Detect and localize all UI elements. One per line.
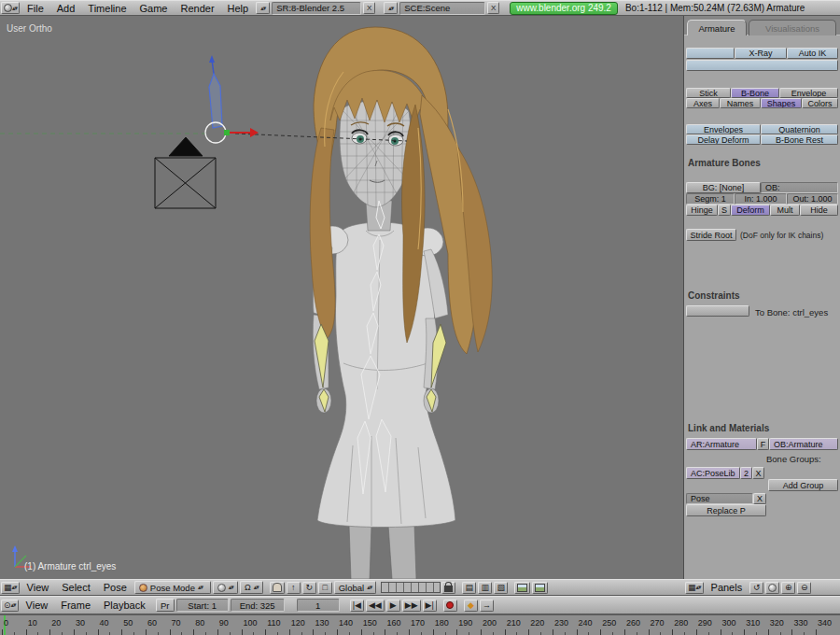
segments-field[interactable]: Segm: 1 bbox=[686, 193, 735, 205]
tab-armature[interactable]: Armature bbox=[687, 20, 747, 35]
step-back-button[interactable]: ◀◀ bbox=[366, 600, 385, 612]
manipulator-toggle[interactable] bbox=[270, 582, 285, 594]
display-stick-button[interactable]: Stick bbox=[686, 88, 731, 98]
display-envelope-button[interactable]: Envelope bbox=[779, 88, 838, 98]
lock-layers-button[interactable] bbox=[441, 582, 455, 594]
menu-timeline[interactable]: Timeline bbox=[81, 3, 133, 14]
mult-toggle[interactable]: Mult bbox=[770, 205, 800, 216]
menu-add[interactable]: Add bbox=[50, 3, 82, 14]
ease-in-field[interactable]: In: 1.000 bbox=[735, 193, 787, 205]
blender-org-link[interactable]: www.blender.org 249.2 bbox=[510, 2, 618, 15]
menu-playback[interactable]: Playback bbox=[97, 600, 152, 611]
armature-bones-panel-header[interactable]: Armature Bones bbox=[688, 158, 761, 168]
hinge-toggle[interactable]: Hinge bbox=[686, 205, 718, 216]
translate-manipulator-button[interactable]: ↑ bbox=[287, 582, 301, 594]
object-datablock-field[interactable]: OB:Armature bbox=[769, 438, 838, 450]
red-axis-handle[interactable] bbox=[250, 128, 259, 137]
zoom-in-button[interactable]: ⊕ bbox=[781, 582, 795, 594]
paste-pose-button[interactable]: ▥ bbox=[478, 582, 492, 594]
editor-type-dropdown[interactable]: ▦ ▴▾ bbox=[685, 582, 704, 594]
delay-deform-toggle[interactable]: Delay Deform bbox=[686, 134, 761, 145]
replace-pose-button[interactable]: Replace P bbox=[686, 504, 766, 516]
custom-shape-ob-field[interactable]: OB: bbox=[761, 182, 838, 193]
add-constraint-button[interactable] bbox=[686, 305, 749, 317]
draw-axes-toggle[interactable]: Axes bbox=[686, 98, 720, 108]
armature-datablock-field[interactable]: AR:Armature bbox=[686, 438, 757, 450]
character-legs[interactable] bbox=[349, 525, 416, 579]
orientation-dropdown[interactable]: Global ▴▾ bbox=[334, 581, 377, 594]
auto-ik-toggle[interactable]: Auto IK bbox=[787, 48, 838, 59]
step-forward-button[interactable]: ▶▶ bbox=[402, 600, 421, 612]
deform-envelopes-toggle[interactable]: Envelopes bbox=[686, 124, 761, 134]
screen-datablock-field[interactable]: SR:8-Blender 2.5 bbox=[272, 2, 361, 15]
armature-layers-grid[interactable] bbox=[381, 582, 441, 593]
camera-object[interactable] bbox=[155, 137, 216, 208]
rotate-manipulator-button[interactable]: ↻ bbox=[302, 582, 316, 594]
sync-playback-button[interactable]: → bbox=[480, 600, 494, 612]
fake-user-button[interactable]: F bbox=[757, 438, 769, 450]
jump-to-end-button[interactable]: ▶| bbox=[423, 600, 437, 612]
auto-key-mode-button[interactable]: ◆ bbox=[464, 600, 478, 612]
render-anim-preview-button[interactable] bbox=[532, 582, 548, 594]
menu-file[interactable]: File bbox=[21, 3, 50, 14]
scene-browse-button[interactable]: ▴▾ bbox=[384, 2, 398, 14]
link-materials-panel-header[interactable]: Link and Materials bbox=[688, 423, 769, 433]
display-bbone-button[interactable]: B-Bone bbox=[731, 88, 779, 98]
jump-to-start-button[interactable]: |◀ bbox=[350, 600, 364, 612]
preview-range-toggle[interactable]: Pr bbox=[156, 599, 175, 612]
poselib-delete-button[interactable]: X bbox=[752, 467, 764, 479]
draw-names-toggle[interactable]: Names bbox=[720, 98, 761, 108]
add-group-button[interactable]: Add Group bbox=[768, 479, 838, 491]
ease-out-field[interactable]: Out: 1.000 bbox=[787, 193, 838, 205]
editor-type-dropdown[interactable]: ⊙ ▴▾ bbox=[1, 600, 19, 612]
xray-toggle[interactable]: X-Ray bbox=[735, 48, 787, 59]
window-type-dropdown[interactable]: ▴▾ bbox=[1, 2, 20, 14]
zoom-out-button[interactable]: ⊖ bbox=[797, 582, 811, 594]
timeline-ruler[interactable]: 0102030405060708090100110120130140150160… bbox=[0, 614, 840, 635]
menu-help[interactable]: Help bbox=[221, 3, 256, 14]
ghost-options-button[interactable] bbox=[686, 60, 838, 71]
editing-option-button[interactable] bbox=[686, 48, 735, 59]
record-button[interactable] bbox=[443, 600, 457, 612]
menu-pose[interactable]: Pose bbox=[97, 582, 133, 593]
draw-colors-toggle[interactable]: Colors bbox=[802, 98, 838, 108]
editor-type-dropdown[interactable]: ▦ ▴▾ bbox=[1, 582, 20, 594]
panels-menu[interactable]: Panels bbox=[705, 582, 749, 593]
scale-manipulator-button[interactable]: □ bbox=[318, 582, 332, 594]
menu-render[interactable]: Render bbox=[174, 3, 220, 14]
poselib-datablock-field[interactable]: AC:PoseLib bbox=[686, 467, 740, 479]
3d-viewport[interactable]: User Ortho (1) Armature ctrl_eyes bbox=[0, 16, 684, 579]
render-preview-button[interactable] bbox=[514, 582, 530, 594]
refresh-button[interactable]: ↺ bbox=[749, 582, 763, 594]
pivot-point-dropdown[interactable]: Ω ▴▾ bbox=[240, 581, 263, 594]
menu-select[interactable]: Select bbox=[55, 582, 97, 593]
constraints-panel-header[interactable]: Constraints bbox=[688, 290, 740, 301]
tab-visualisations[interactable]: Visualisations bbox=[749, 20, 836, 35]
end-frame-field[interactable]: End: 325 bbox=[231, 599, 285, 612]
segment-toggle[interactable]: S bbox=[718, 205, 731, 216]
paste-flipped-pose-button[interactable]: ▧ bbox=[494, 582, 508, 594]
play-button[interactable]: ▶ bbox=[386, 600, 400, 612]
deform-quaternion-toggle[interactable]: Quaternion bbox=[761, 124, 838, 134]
menu-view[interactable]: View bbox=[20, 600, 55, 611]
hide-toggle[interactable]: Hide bbox=[800, 205, 838, 216]
pose-delete-button[interactable]: X bbox=[753, 493, 766, 504]
current-frame-field[interactable]: 1 bbox=[297, 599, 340, 612]
menu-frame[interactable]: Frame bbox=[54, 600, 97, 611]
viewport-shading-dropdown[interactable]: ▴▾ bbox=[213, 581, 238, 594]
scene-datablock-field[interactable]: SCE:Scene bbox=[399, 2, 485, 15]
users-count-button[interactable]: 2 bbox=[740, 467, 752, 479]
scene-delete-button[interactable]: X bbox=[487, 2, 499, 14]
pose-name-field[interactable]: Pose bbox=[686, 493, 753, 504]
deform-toggle[interactable]: Deform bbox=[731, 205, 770, 216]
mode-dropdown[interactable]: Pose Mode ▴▾ bbox=[134, 581, 211, 594]
screen-browse-button[interactable]: ▴▾ bbox=[256, 2, 270, 14]
green-axis-handle[interactable] bbox=[224, 130, 230, 135]
draw-shapes-toggle[interactable]: Shapes bbox=[761, 98, 802, 108]
bone-group-dropdown[interactable]: BG: [None] bbox=[686, 182, 761, 193]
context-shading-button[interactable] bbox=[765, 582, 779, 594]
menu-game[interactable]: Game bbox=[133, 3, 175, 14]
start-frame-field[interactable]: Start: 1 bbox=[176, 599, 229, 612]
bbone-rest-toggle[interactable]: B-Bone Rest bbox=[761, 134, 838, 145]
stride-root-button[interactable]: Stride Root bbox=[686, 229, 736, 241]
